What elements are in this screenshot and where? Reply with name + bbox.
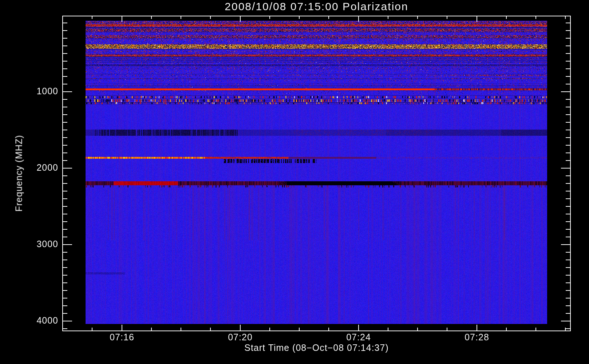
y-minor-tick (63, 252, 67, 253)
x-minor-tick-top (388, 16, 388, 19)
x-minor-tick-top (565, 16, 566, 19)
x-minor-tick (417, 328, 418, 331)
x-minor-tick-top (181, 16, 181, 19)
y-major-tick-right (561, 244, 570, 245)
y-minor-tick (63, 30, 67, 31)
y-minor-tick (63, 84, 67, 84)
y-minor-tick-right (566, 298, 570, 298)
y-minor-tick-right (566, 282, 570, 283)
y-minor-tick-right (566, 38, 570, 39)
y-minor-tick-right (566, 30, 570, 31)
y-minor-tick (63, 328, 67, 329)
y-minor-tick-right (566, 260, 570, 260)
y-minor-tick-right (566, 183, 570, 184)
y-minor-tick (63, 114, 67, 115)
y-minor-tick-right (566, 313, 570, 314)
y-minor-tick-right (566, 229, 570, 230)
y-minor-tick (63, 145, 67, 146)
x-tick-label: 07:20 (228, 332, 253, 343)
y-minor-tick-right (566, 160, 570, 161)
x-minor-tick-top (535, 16, 536, 19)
y-minor-tick (63, 153, 67, 153)
y-minor-tick (63, 175, 67, 176)
y-major-tick (63, 244, 72, 245)
y-minor-tick (63, 237, 67, 237)
plot-border (62, 16, 571, 331)
x-minor-tick-top (417, 16, 418, 19)
x-minor-tick (299, 328, 300, 331)
y-minor-tick (63, 183, 67, 184)
y-major-tick (63, 321, 72, 321)
x-major-tick (358, 325, 359, 331)
y-minor-tick-right (566, 130, 570, 130)
x-axis-label: Start Time (08−Oct−08 07:14:37) (63, 343, 570, 353)
x-minor-tick (269, 328, 270, 331)
x-minor-tick (92, 328, 92, 331)
y-minor-tick (63, 214, 67, 214)
y-minor-tick (63, 313, 67, 314)
y-axis-label: Frequency (MHZ) (14, 135, 24, 212)
x-minor-tick (388, 328, 388, 331)
y-minor-tick (63, 267, 67, 268)
y-tick-label: 1000 (20, 86, 58, 96)
y-minor-tick-right (566, 290, 570, 291)
x-minor-tick-top (210, 16, 211, 19)
y-major-tick-right (561, 91, 570, 92)
y-minor-tick (63, 38, 67, 39)
y-tick-label: 2000 (20, 162, 58, 173)
y-minor-tick (63, 305, 67, 306)
y-minor-tick-right (566, 206, 570, 207)
y-minor-tick-right (566, 221, 570, 222)
y-minor-tick (63, 191, 67, 191)
x-major-tick-top (240, 16, 241, 22)
y-minor-tick (63, 122, 67, 123)
x-minor-tick (181, 328, 181, 331)
x-major-tick-top (122, 16, 122, 22)
y-minor-tick-right (566, 53, 570, 54)
x-minor-tick-top (269, 16, 270, 19)
x-minor-tick (447, 328, 447, 331)
x-tick-label: 07:16 (110, 332, 134, 343)
y-minor-tick (63, 99, 67, 100)
y-minor-tick-right (566, 175, 570, 176)
y-minor-tick-right (566, 76, 570, 77)
x-major-tick-top (477, 16, 477, 22)
x-tick-label: 07:28 (465, 332, 489, 343)
y-minor-tick-right (566, 114, 570, 115)
y-minor-tick (63, 198, 67, 199)
y-minor-tick (63, 130, 67, 130)
x-major-tick (477, 325, 477, 331)
y-minor-tick-right (566, 84, 570, 84)
y-minor-tick-right (566, 237, 570, 237)
x-minor-tick (151, 328, 152, 331)
y-minor-tick (63, 298, 67, 298)
y-minor-tick (63, 290, 67, 291)
x-tick-label: 07:24 (346, 332, 371, 343)
y-minor-tick (63, 229, 67, 230)
y-minor-tick (63, 221, 67, 222)
x-minor-tick-top (328, 16, 329, 19)
y-minor-tick (63, 61, 67, 62)
y-minor-tick-right (566, 99, 570, 100)
y-minor-tick (63, 275, 67, 276)
y-minor-tick-right (566, 252, 570, 253)
spectrogram-figure: 2008/10/08 07:15:00 Polarization Start T… (0, 0, 589, 364)
y-minor-tick-right (566, 191, 570, 191)
y-minor-tick-right (566, 267, 570, 268)
y-minor-tick (63, 137, 67, 138)
y-minor-tick-right (566, 275, 570, 276)
y-minor-tick (63, 68, 67, 69)
x-minor-tick (210, 328, 211, 331)
x-minor-tick (535, 328, 536, 331)
x-minor-tick (328, 328, 329, 331)
x-major-tick-top (358, 16, 359, 22)
x-minor-tick-top (506, 16, 507, 19)
y-minor-tick-right (566, 198, 570, 199)
y-minor-tick-right (566, 145, 570, 146)
x-major-tick (240, 325, 241, 331)
y-minor-tick (63, 107, 67, 107)
x-minor-tick (506, 328, 507, 331)
x-minor-tick-top (299, 16, 300, 19)
x-minor-tick-top (92, 16, 92, 19)
y-minor-tick (63, 160, 67, 161)
